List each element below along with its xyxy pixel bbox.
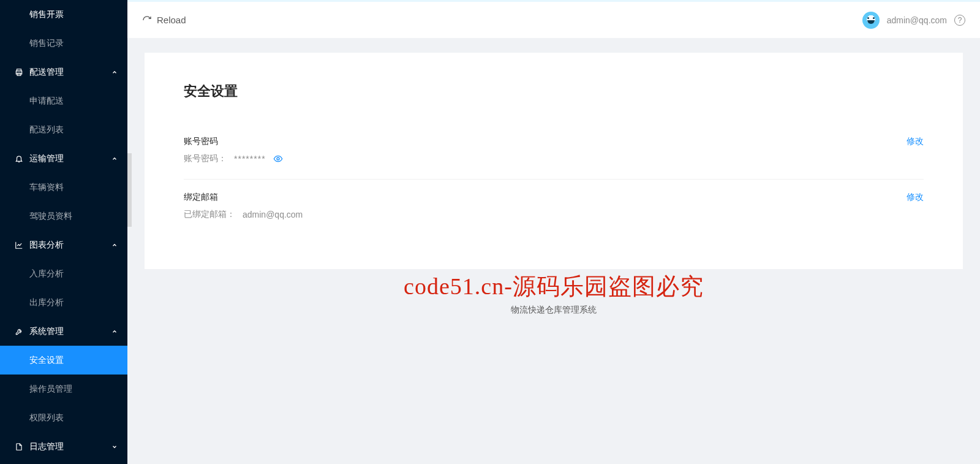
help-icon[interactable]: ? — [954, 15, 965, 26]
sidebar-group-log[interactable]: 日志管理 — [0, 432, 127, 461]
sidebar-item-inbound[interactable]: 入库分析 — [0, 259, 127, 288]
eye-icon[interactable] — [273, 154, 283, 164]
sidebar-group-system[interactable]: 系统管理 — [0, 317, 127, 346]
sidebar-item-vehicle[interactable]: 车辆资料 — [0, 173, 127, 202]
file-icon — [15, 443, 23, 451]
chevron-up-icon — [111, 156, 118, 162]
topbar: Reload admin@qq.com ? — [127, 0, 980, 38]
sidebar-group-label: 图表分析 — [29, 240, 64, 251]
svg-point-3 — [277, 158, 279, 160]
setting-label: 绑定邮箱 — [184, 192, 907, 203]
sidebar-item-operator[interactable]: 操作员管理 — [0, 375, 127, 403]
bound-email: admin@qq.com — [243, 210, 303, 219]
sidebar-item-permission[interactable]: 权限列表 — [0, 403, 127, 432]
sidebar-group-label: 日志管理 — [29, 441, 64, 452]
chevron-up-icon — [111, 329, 118, 335]
avatar[interactable] — [862, 12, 880, 29]
reload-button[interactable]: Reload — [142, 15, 186, 25]
sidebar-item-driver[interactable]: 驾驶员资料 — [0, 202, 127, 230]
chevron-down-icon — [111, 444, 118, 450]
modify-email-link[interactable]: 修改 — [907, 192, 924, 203]
reload-icon — [142, 15, 152, 25]
bell-icon — [15, 154, 23, 163]
sidebar-item-security[interactable]: 安全设置 — [0, 346, 127, 375]
sidebar-group-label: 配送管理 — [29, 67, 64, 78]
printer-icon — [15, 68, 23, 77]
main: Reload admin@qq.com ? 安全设置 账号密码 账号密码： **… — [127, 0, 980, 464]
sidebar-group-label: 运输管理 — [29, 153, 64, 164]
setting-label: 账号密码 — [184, 136, 907, 147]
setting-desc-prefix: 账号密码： — [184, 153, 227, 164]
sidebar-group-label: 系统管理 — [29, 326, 64, 337]
sidebar-group-transport[interactable]: 运输管理 — [0, 144, 127, 173]
setting-row-email: 绑定邮箱 已绑定邮箱： admin@qq.com 修改 — [184, 180, 924, 235]
chart-icon — [15, 241, 23, 249]
sidebar-item-delivery-list[interactable]: 配送列表 — [0, 115, 127, 144]
content: 安全设置 账号密码 账号密码： ******** 修改 绑定邮箱 — [127, 38, 980, 464]
sidebar: 销售开票 销售记录 配送管理 申请配送 配送列表 运输管理 车辆资料 驾驶员资料… — [0, 0, 127, 464]
chevron-up-icon — [111, 69, 118, 75]
sidebar-item-delivery-apply[interactable]: 申请配送 — [0, 86, 127, 115]
footer-text: 物流快递仓库管理系统 — [145, 305, 963, 316]
password-masked: ******** — [234, 154, 266, 164]
user-email[interactable]: admin@qq.com — [887, 15, 947, 25]
sidebar-group-chart[interactable]: 图表分析 — [0, 230, 127, 259]
sidebar-item-sales-invoice[interactable]: 销售开票 — [0, 0, 127, 29]
page-title: 安全设置 — [184, 82, 924, 101]
modify-password-link[interactable]: 修改 — [907, 136, 924, 147]
tool-icon — [15, 327, 23, 336]
sidebar-item-outbound[interactable]: 出库分析 — [0, 288, 127, 317]
setting-row-password: 账号密码 账号密码： ******** 修改 — [184, 124, 924, 180]
sidebar-group-delivery[interactable]: 配送管理 — [0, 58, 127, 86]
chevron-up-icon — [111, 242, 118, 248]
settings-card: 安全设置 账号密码 账号密码： ******** 修改 绑定邮箱 — [145, 53, 963, 269]
watermark: code51.cn-源码乐园盗图必究 — [404, 271, 704, 302]
setting-desc-prefix: 已绑定邮箱： — [184, 209, 235, 220]
reload-label: Reload — [157, 15, 186, 25]
sidebar-item-sales-record[interactable]: 销售记录 — [0, 29, 127, 58]
